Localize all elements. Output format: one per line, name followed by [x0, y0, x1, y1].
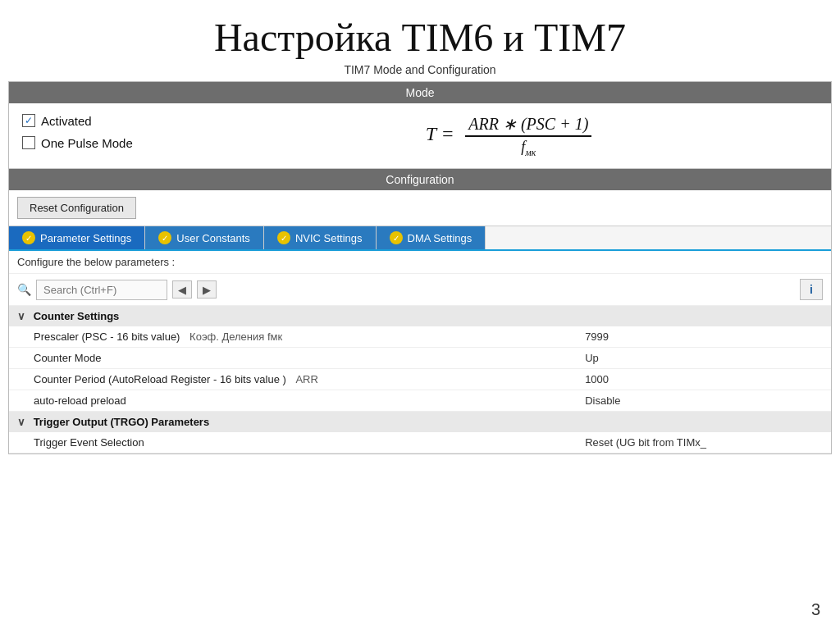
mode-header: Mode	[9, 82, 831, 103]
formula-numerator: ARR ∗ (PSC + 1)	[465, 114, 591, 137]
reset-btn-row: Reset Configuration	[9, 190, 831, 226]
prescaler-annotation: Коэф. Деления fмк	[189, 330, 282, 343]
counter-mode-name: Counter Mode	[9, 348, 560, 369]
params-hint: Configure the below parameters :	[9, 251, 831, 274]
counter-period-annotation: ARR	[295, 373, 317, 385]
tab-user-constants[interactable]: ✓ User Constants	[145, 226, 264, 249]
tab-parameter-settings[interactable]: ✓ Parameter Settings	[9, 226, 145, 249]
tab-label-parameter: Parameter Settings	[40, 232, 131, 244]
formula-denominator: fмк	[518, 137, 539, 158]
config-header: Configuration	[9, 169, 831, 190]
counter-expand-icon: ∨	[17, 310, 25, 322]
search-row: 🔍 ◀ ▶ i	[9, 274, 831, 306]
counter-settings-label: Counter Settings	[34, 310, 120, 322]
trigger-event-row: Trigger Event Selection Reset (UG bit fr…	[9, 432, 831, 454]
search-icon: 🔍	[17, 283, 31, 296]
search-input[interactable]	[36, 280, 167, 300]
trigger-settings-group[interactable]: ∨ Trigger Output (TRGO) Parameters	[9, 412, 831, 433]
tab-label-nvic: NVIC Settings	[295, 232, 363, 244]
tab-dma-settings[interactable]: ✓ DMA Settings	[377, 226, 486, 249]
trigger-settings-label: Trigger Output (TRGO) Parameters	[34, 416, 210, 428]
prescaler-value: 7999	[560, 326, 831, 348]
mode-section: ✓ Activated One Pulse Mode T = ARR ∗ (PS…	[9, 103, 831, 169]
activated-label: Activated	[41, 114, 92, 128]
tab-check-parameter: ✓	[22, 231, 35, 244]
tab-label-user: User Constants	[176, 232, 250, 244]
counter-mode-row: Counter Mode Up	[9, 348, 831, 369]
formula-T: T =	[426, 123, 454, 144]
mode-checkboxes: ✓ Activated One Pulse Mode	[22, 114, 203, 158]
reset-config-button[interactable]: Reset Configuration	[17, 197, 136, 219]
prescaler-row: Prescaler (PSC - 16 bits value) Коэф. Де…	[9, 326, 831, 348]
formula-fraction: ARR ∗ (PSC + 1) fмк	[465, 114, 591, 158]
trigger-expand-icon: ∨	[17, 416, 25, 428]
prescaler-name: Prescaler (PSC - 16 bits value) Коэф. Де…	[9, 326, 560, 348]
counter-mode-value: Up	[560, 348, 831, 369]
auto-reload-row: auto-reload preload Disable	[9, 390, 831, 412]
tab-check-user: ✓	[158, 231, 171, 244]
activated-row[interactable]: ✓ Activated	[22, 114, 203, 128]
params-table: ∨ Counter Settings Prescaler (PSC - 16 b…	[9, 306, 831, 454]
auto-reload-value: Disable	[560, 390, 831, 412]
next-arrow[interactable]: ▶	[197, 280, 217, 299]
counter-period-value: 1000	[560, 369, 831, 390]
prev-arrow[interactable]: ◀	[172, 280, 192, 299]
counter-period-row: Counter Period (AutoReload Register - 16…	[9, 369, 831, 390]
one-pulse-checkbox[interactable]	[22, 136, 35, 149]
tab-check-dma: ✓	[390, 231, 403, 244]
counter-settings-group[interactable]: ∨ Counter Settings	[9, 306, 831, 326]
config-panel: Mode ✓ Activated One Pulse Mode T = ARR …	[8, 81, 832, 454]
one-pulse-label: One Pulse Mode	[41, 136, 133, 150]
tab-check-nvic: ✓	[277, 231, 290, 244]
page-number: 3	[811, 600, 820, 619]
page-title: Настройка TIM6 и TIM7	[0, 0, 840, 63]
formula-area: T = ARR ∗ (PSC + 1) fмк	[203, 114, 818, 158]
auto-reload-name: auto-reload preload	[9, 390, 560, 412]
trigger-event-name: Trigger Event Selection	[9, 432, 560, 454]
tabs-row: ✓ Parameter Settings ✓ User Constants ✓ …	[9, 226, 831, 251]
info-button[interactable]: i	[800, 279, 823, 300]
subtitle: TIM7 Mode and Configuration	[0, 63, 840, 76]
tab-label-dma: DMA Settings	[408, 232, 472, 244]
one-pulse-row[interactable]: One Pulse Mode	[22, 136, 203, 150]
activated-checkbox[interactable]: ✓	[22, 114, 35, 127]
counter-period-name: Counter Period (AutoReload Register - 16…	[9, 369, 560, 390]
tab-nvic-settings[interactable]: ✓ NVIC Settings	[264, 226, 377, 249]
formula: T = ARR ∗ (PSC + 1) fмк	[426, 114, 596, 158]
trigger-event-value: Reset (UG bit from TIMx_	[560, 432, 831, 454]
